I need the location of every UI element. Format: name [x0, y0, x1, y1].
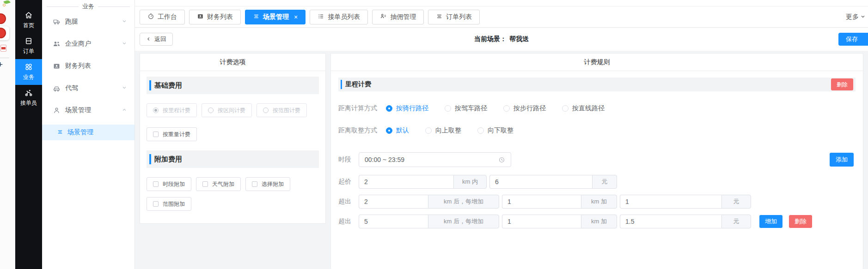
save-button[interactable]: 保存 — [838, 33, 868, 46]
checkbox-weather-surcharge[interactable]: 天气附加 — [196, 177, 241, 191]
radio-default-rounding[interactable]: 默认 — [386, 126, 409, 135]
base-price-input[interactable] — [489, 175, 592, 189]
over-step-input[interactable] — [502, 215, 581, 228]
submenu-item-label: 财务列表 — [65, 62, 127, 70]
list-icon — [436, 13, 443, 21]
chevron-down-icon — [122, 40, 127, 48]
content-area: 计费选项 基础费用 按里程计费 按区间计费 — [135, 51, 868, 269]
checkbox-icon — [252, 181, 257, 187]
radio-by-mileage[interactable]: 按里程计费 — [147, 103, 197, 117]
sidebar-item-orders[interactable]: 订单 — [15, 33, 42, 59]
checkbox-select-surcharge[interactable]: 选择附加 — [245, 177, 290, 191]
more-tabs-button[interactable]: 更多 — [846, 6, 866, 27]
checkbox-by-weight[interactable]: 按重量计费 — [147, 127, 197, 141]
base-price-label: 起价 — [338, 178, 359, 186]
radio-riding-route[interactable]: 按骑行路径 — [386, 104, 428, 113]
radio-driving-route[interactable]: 按驾车路径 — [445, 104, 487, 113]
over-label: 超出 — [338, 217, 359, 226]
app-shortcut-icon[interactable] — [0, 13, 6, 24]
submenu-subitem-scene-management[interactable]: 场景管理 — [42, 125, 134, 140]
dashboard-icon — [147, 13, 154, 21]
radio-round-down[interactable]: 向下取整 — [477, 126, 513, 135]
checkbox-label: 时段附加 — [163, 180, 185, 188]
rounding-row: 距离取整方式 默认 向上取整 向下取整 — [338, 126, 856, 135]
tab-scene-management[interactable]: 场景管理 × — [245, 10, 306, 24]
truck-icon — [53, 18, 61, 26]
back-button[interactable]: 返回 — [140, 33, 173, 46]
sidebar-item-label: 订单 — [23, 48, 34, 55]
tab-order-list[interactable]: 订单列表 — [428, 10, 480, 24]
radio-icon — [477, 127, 484, 134]
delete-rule-button[interactable]: 删除 — [831, 78, 853, 90]
base-price-group: 元 — [489, 175, 617, 189]
radio-round-up[interactable]: 向上取整 — [425, 126, 461, 135]
tab-finance-list[interactable]: 财务列表 — [189, 10, 241, 24]
submenu-item-finance-list[interactable]: 财务列表 — [42, 55, 134, 77]
km-add-addon: km 加 — [581, 215, 617, 228]
tab-workbench[interactable]: 工作台 — [140, 10, 185, 24]
add-time-range-button[interactable]: 添加 — [830, 153, 854, 167]
grid-icon — [24, 63, 33, 71]
over-distance-row-1: 超出 km 后，每增加 km 加 元 — [338, 195, 856, 209]
section-extra-fees: 附加费用 — [147, 150, 319, 168]
sidebar-item-business[interactable]: 业务 — [15, 59, 42, 85]
submenu-item-label: 企业商户 — [65, 40, 122, 48]
person-lines-icon — [380, 13, 387, 21]
over-km-input[interactable] — [359, 195, 428, 209]
order-icon — [24, 37, 33, 45]
over-km-input[interactable] — [359, 215, 428, 228]
radio-icon — [503, 105, 510, 112]
sidebar-item-label: 业务 — [23, 73, 34, 81]
more-label: 更多 — [846, 13, 859, 21]
radio-by-interval[interactable]: 按区间计费 — [202, 103, 252, 117]
tab-courier-list[interactable]: 接单员列表 — [310, 10, 368, 24]
delete-tier-button[interactable]: 删除 — [789, 215, 812, 228]
chevron-left-icon — [146, 36, 151, 43]
checkbox-time-surcharge[interactable]: 时段附加 — [147, 177, 191, 191]
billing-options-panel: 计费选项 基础费用 按里程计费 按区间计费 — [140, 53, 326, 224]
list-icon — [57, 129, 63, 137]
checkbox-label: 按重量计费 — [163, 131, 190, 138]
app-shortcut-card[interactable] — [0, 26, 9, 40]
over-price-group: 元 — [620, 195, 751, 209]
billing-options-body: 基础费用 按里程计费 按区间计费 按范围计费 — [140, 71, 325, 216]
time-range-input[interactable]: 00:00 ~ 23:59 — [359, 152, 511, 167]
list-check-icon — [318, 13, 324, 21]
checkbox-range-surcharge[interactable]: 范围附加 — [147, 197, 191, 211]
submenu-item-driving[interactable]: 代驾 — [42, 77, 134, 99]
tab-commission-management[interactable]: 抽佣管理 — [372, 10, 424, 24]
over-step-input[interactable] — [502, 195, 581, 209]
submenu-item-errands[interactable]: 跑腿 — [42, 11, 134, 33]
sidebar-item-couriers[interactable]: 接单员 — [15, 85, 42, 111]
submenu-item-scene-management[interactable]: 场景管理 — [42, 99, 134, 121]
radio-walking-route[interactable]: 按步行路径 — [503, 104, 546, 113]
panel-title: 计费规则 — [331, 54, 863, 71]
radio-icon — [445, 105, 451, 112]
radio-straight-line[interactable]: 按直线路径 — [562, 104, 605, 113]
checkbox-icon — [153, 181, 159, 187]
radio-label: 向下取整 — [488, 126, 513, 135]
over-price-input[interactable] — [620, 195, 721, 209]
close-icon[interactable]: × — [294, 13, 298, 21]
sidebar-item-home[interactable]: 首页 — [15, 7, 42, 33]
km-add-addon: km 加 — [581, 195, 617, 209]
person-icon — [53, 107, 61, 114]
checkbox-icon — [202, 181, 208, 187]
over-step-group: km 加 — [502, 195, 617, 209]
over-price-input[interactable] — [620, 215, 721, 228]
clock-icon — [498, 156, 505, 163]
plus-icon[interactable]: + — [0, 60, 3, 70]
submenu-item-label: 代驾 — [65, 84, 122, 92]
pdf-doc-icon[interactable] — [0, 45, 6, 52]
radio-label: 按里程计费 — [163, 107, 190, 114]
add-tier-button[interactable]: 增加 — [759, 215, 782, 228]
over-label: 超出 — [338, 197, 359, 206]
over-price-group: 元 — [620, 215, 751, 228]
primary-sidebar: 首页 订单 业务 接单员 — [15, 0, 42, 269]
tab-label: 订单列表 — [446, 13, 472, 21]
radio-label: 按区间计费 — [218, 107, 245, 114]
base-km-input[interactable] — [359, 175, 453, 189]
radio-label: 按驾车路径 — [455, 104, 487, 113]
submenu-item-merchants[interactable]: 企业商户 — [42, 33, 134, 55]
radio-by-range[interactable]: 按范围计费 — [257, 103, 307, 117]
